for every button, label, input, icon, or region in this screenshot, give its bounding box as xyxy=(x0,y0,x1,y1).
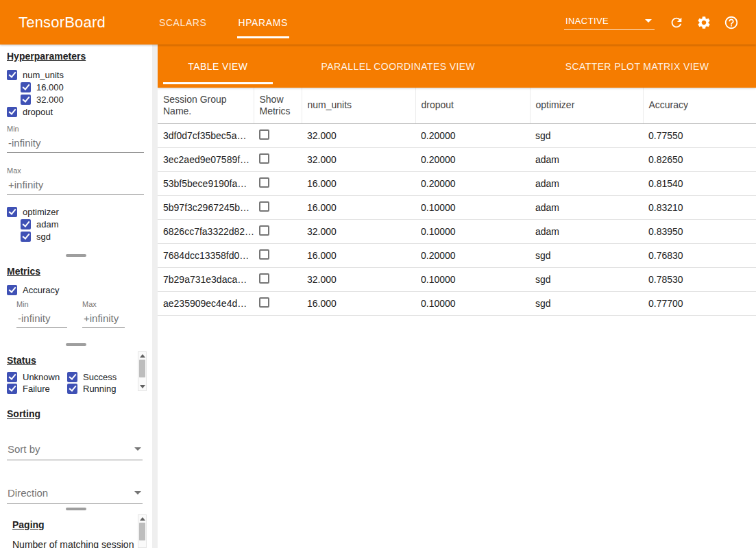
paging-scrollbar[interactable] xyxy=(138,514,147,548)
show-metrics-cell xyxy=(254,267,302,291)
optimizer-value: adam xyxy=(530,195,643,219)
sorting-section: Sorting Sort by Direction xyxy=(0,402,152,505)
dropout-label: dropout xyxy=(23,107,53,117)
section-resize-handle[interactable] xyxy=(0,251,152,260)
column-optimizer[interactable]: optimizer xyxy=(530,88,643,123)
section-resize-handle[interactable] xyxy=(0,505,152,513)
direction-select[interactable]: Direction xyxy=(7,485,143,504)
settings-button[interactable] xyxy=(690,9,718,36)
unknown-checkbox[interactable] xyxy=(7,372,17,382)
direction-value: Direction xyxy=(8,487,48,499)
session-group-name: 7684dcc13358fd0… xyxy=(158,243,254,267)
tab-scatter-plot-matrix-view[interactable]: SCATTER PLOT MATRIX VIEW xyxy=(518,45,756,88)
status-success: Success xyxy=(67,371,133,383)
num-units-checkbox[interactable] xyxy=(7,70,17,80)
scrollbar-thumb xyxy=(139,360,145,377)
tab-hparams[interactable]: HPARAMS xyxy=(228,0,299,45)
num-units-value: 16.000 xyxy=(302,291,415,315)
optimizer-value: adam xyxy=(530,219,643,243)
chevron-down-icon xyxy=(134,447,141,451)
sgd-checkbox[interactable] xyxy=(21,232,31,242)
column-session-group-name[interactable]: Session Group Name. xyxy=(158,88,254,123)
dropout-max-input[interactable] xyxy=(7,176,144,195)
scrollbar-thumb xyxy=(139,523,145,540)
column-num-units[interactable]: num_units xyxy=(302,88,415,123)
help-button[interactable] xyxy=(718,9,745,36)
status-unknown: Unknown xyxy=(7,371,67,383)
show-metrics-cell xyxy=(254,147,302,171)
dropout-value: 0.20000 xyxy=(415,171,530,195)
running-checkbox[interactable] xyxy=(67,384,77,394)
session-group-name: 3df0d7cf35bec5a… xyxy=(158,123,254,147)
tab-table-view[interactable]: TABLE VIEW xyxy=(158,45,278,88)
dropout-value: 0.10000 xyxy=(415,219,530,243)
sort-by-select[interactable]: Sort by xyxy=(7,441,143,460)
value-16-label: 16.000 xyxy=(36,82,64,92)
hyperparameters-section: Hyperparameters num_units 16.000 32.000 … xyxy=(0,45,152,251)
adam-checkbox[interactable] xyxy=(21,219,31,229)
dropout-checkbox[interactable] xyxy=(7,107,17,117)
column-accuracy[interactable]: Accuracy xyxy=(643,88,756,123)
show-metrics-checkbox[interactable] xyxy=(259,249,269,260)
metric-accuracy: Accuracy xyxy=(7,284,145,296)
status-section: Status Unknown Success Failure Running xyxy=(0,349,152,394)
show-metrics-checkbox[interactable] xyxy=(259,201,269,212)
value-32-checkbox[interactable] xyxy=(21,95,31,105)
optimizer-value: adam xyxy=(530,171,643,195)
sidebar: Hyperparameters num_units 16.000 32.000 … xyxy=(0,45,152,548)
show-metrics-checkbox[interactable] xyxy=(259,129,269,140)
tab-parallel-coordinates-view[interactable]: PARALLEL COORDINATES VIEW xyxy=(278,45,518,88)
hparam-dropout: dropout xyxy=(7,105,145,118)
hparam-value-32: 32.000 xyxy=(21,93,145,105)
dropout-max-label: Max xyxy=(7,166,145,175)
tab-scalars[interactable]: SCALARS xyxy=(148,0,218,45)
paging-section: Paging Number of matching session groups… xyxy=(0,513,152,548)
dropout-value: 0.20000 xyxy=(415,147,530,171)
show-metrics-checkbox[interactable] xyxy=(259,297,269,308)
table-row: ae235909ec4e4d… 16.000 0.10000 sgd 0.777… xyxy=(158,291,756,315)
app-title: TensorBoard xyxy=(19,14,106,32)
failure-checkbox[interactable] xyxy=(7,384,17,394)
column-dropout[interactable]: dropout xyxy=(415,88,530,123)
table-row: 53bf5bece9190fa… 16.000 0.20000 adam 0.8… xyxy=(158,171,756,195)
optimizer-checkbox[interactable] xyxy=(7,207,17,217)
accuracy-checkbox[interactable] xyxy=(7,285,17,295)
show-metrics-checkbox[interactable] xyxy=(259,225,269,236)
dropout-value: 0.20000 xyxy=(415,243,530,267)
column-show-metrics[interactable]: Show Metrics xyxy=(254,88,302,123)
show-metrics-checkbox[interactable] xyxy=(259,273,269,284)
value-16-checkbox[interactable] xyxy=(21,82,31,92)
paging-summary: Number of matching session groups: 8 xyxy=(12,538,134,548)
dropout-min-label: Min xyxy=(7,125,145,133)
table-row: 6826cc7fa3322d82… 32.000 0.10000 adam 0.… xyxy=(158,219,756,243)
metric-min-label: Min xyxy=(16,300,67,308)
sgd-label: sgd xyxy=(36,232,51,242)
table-row: 5b97f3c2967245b… 16.000 0.10000 adam 0.8… xyxy=(158,195,756,219)
status-dropdown[interactable]: INACTIVE xyxy=(564,14,655,30)
optimizer-group: optimizer adam sgd xyxy=(7,206,145,242)
metric-max-input[interactable] xyxy=(82,310,125,328)
num-units-value: 32.000 xyxy=(302,147,415,171)
hparam-value-sgd: sgd xyxy=(21,230,145,242)
scroll-up-icon xyxy=(140,517,145,521)
accuracy-value: 0.77550 xyxy=(643,123,756,147)
adam-label: adam xyxy=(36,219,59,229)
show-metrics-cell xyxy=(254,243,302,267)
table-header-row: Session Group Name. Show Metrics num_uni… xyxy=(158,88,756,123)
status-scrollbar[interactable] xyxy=(138,351,147,391)
metric-list: Accuracy xyxy=(7,284,145,296)
metric-min-input[interactable] xyxy=(16,310,67,328)
show-metrics-checkbox[interactable] xyxy=(259,153,269,164)
value-32-label: 32.000 xyxy=(36,95,64,105)
show-metrics-checkbox[interactable] xyxy=(259,177,269,188)
accuracy-value: 0.78530 xyxy=(643,267,756,291)
refresh-button[interactable] xyxy=(663,9,690,36)
dropout-value: 0.10000 xyxy=(415,267,530,291)
table-row: 3df0d7cf35bec5a… 32.000 0.20000 sgd 0.77… xyxy=(158,123,756,147)
num-units-value: 32.000 xyxy=(302,123,415,147)
success-checkbox[interactable] xyxy=(67,372,77,382)
num-units-value: 16.000 xyxy=(302,195,415,219)
optimizer-value: sgd xyxy=(530,123,643,147)
dropout-min-input[interactable] xyxy=(7,134,144,153)
section-resize-handle[interactable] xyxy=(0,340,152,349)
